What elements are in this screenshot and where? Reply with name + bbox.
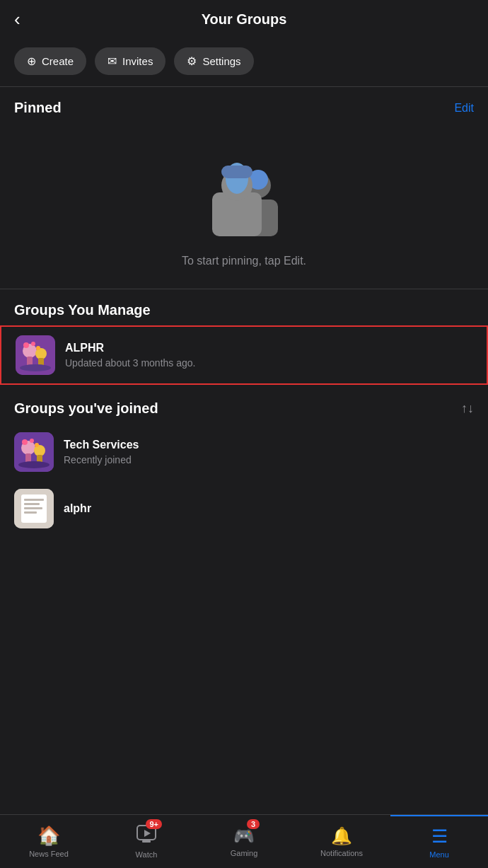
gaming-badge: 3 [247,819,260,829]
svg-point-21 [22,439,28,445]
group-name-alphr-manage: ALPHR [65,342,195,354]
svg-point-22 [30,439,34,443]
nav-item-news-feed[interactable]: 🏠 News Feed [0,815,98,868]
page-title: Your Groups [202,11,287,28]
nav-item-gaming[interactable]: 3 🎮 Gaming [195,815,293,868]
group-info-tech-services: Tech Services Recently joined [64,439,139,465]
pinned-empty-text: To start pinning, tap Edit. [182,255,306,267]
bottom-nav: 🏠 News Feed 9+ Watch 3 🎮 Gaming 🔔 Notifi… [0,814,488,868]
group-item-alphr-joined[interactable]: alphr [0,480,488,537]
group-info-alphr-joined: alphr [64,502,91,515]
group-item-alphr-manage[interactable]: ALPHR Updated about 3 months ago. [0,325,488,385]
nav-item-notifications[interactable]: 🔔 Notifications [293,815,390,868]
group-info-alphr-manage: ALPHR Updated about 3 months ago. [65,342,195,369]
nav-label-notifications: Notifications [320,849,363,857]
pinned-title: Pinned [14,100,62,116]
bell-icon: 🔔 [331,826,352,846]
menu-icon: ☰ [431,826,448,847]
home-icon: 🏠 [37,825,60,847]
group-avatar-tech-services [14,432,54,472]
invites-button[interactable]: ✉ Invites [95,47,165,75]
svg-rect-28 [24,503,40,505]
svg-point-15 [20,364,51,371]
manage-title: Groups You Manage [14,302,151,318]
nav-label-news-feed: News Feed [29,850,69,858]
settings-icon: ⚙ [187,54,197,68]
create-label: Create [42,55,74,67]
svg-rect-30 [24,511,37,514]
group-name-alphr-joined: alphr [64,502,91,515]
header: ‹ Your Groups [0,0,488,39]
svg-rect-27 [24,499,44,501]
svg-rect-6 [221,166,252,178]
svg-rect-33 [142,840,151,843]
group-meta-tech-services: Recently joined [64,454,139,465]
pinned-edit-button[interactable]: Edit [454,102,474,115]
nav-item-menu[interactable]: ☰ Menu [390,815,488,868]
back-button[interactable]: ‹ [14,8,21,30]
group-avatar-alphr-manage [16,335,55,375]
invites-label: Invites [122,55,153,67]
svg-rect-29 [24,507,42,509]
joined-title: Groups you've joined [14,400,158,417]
svg-point-13 [31,342,35,346]
nav-label-menu: Menu [429,850,449,859]
svg-point-23 [35,443,39,447]
pinned-empty-area: To start pinning, tap Edit. [0,123,488,289]
joined-section-header: Groups you've joined ↑↓ [0,388,488,424]
group-item-tech-services[interactable]: Tech Services Recently joined [0,424,488,480]
watch-badge: 9+ [146,819,162,829]
nav-label-gaming: Gaming [231,849,258,857]
joined-section: Groups you've joined ↑↓ Tech Ser [0,388,488,537]
group-avatar-alphr-joined [14,489,54,528]
pinned-section-header: Pinned Edit [0,87,488,123]
svg-point-12 [23,342,29,348]
svg-marker-32 [144,830,151,837]
action-buttons-row: ⊕ Create ✉ Invites ⚙ Settings [0,39,488,86]
create-icon: ⊕ [27,54,36,68]
settings-label: Settings [202,55,240,67]
settings-button[interactable]: ⚙ Settings [174,47,253,75]
nav-label-watch: Watch [136,850,158,859]
svg-point-14 [36,346,40,350]
manage-section-header: Groups You Manage [0,289,488,325]
group-meta-alphr-manage: Updated about 3 months ago. [65,357,195,369]
group-name-tech-services: Tech Services [64,439,139,451]
nav-item-watch[interactable]: 9+ Watch [98,815,195,868]
sort-icon[interactable]: ↑↓ [461,401,474,416]
svg-point-24 [18,461,50,468]
create-button[interactable]: ⊕ Create [14,47,86,75]
pinned-illustration [191,137,297,243]
invites-icon: ✉ [108,54,117,68]
